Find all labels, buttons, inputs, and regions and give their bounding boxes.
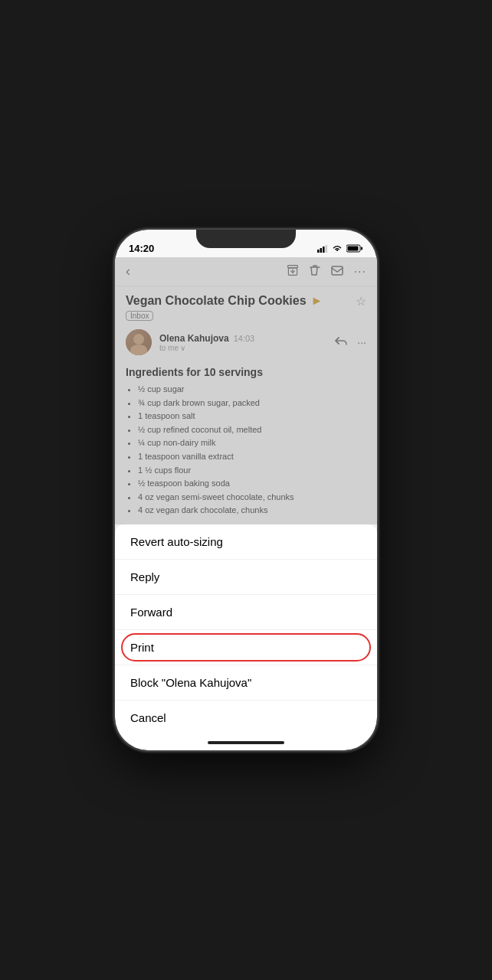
notch xyxy=(196,230,296,248)
email-area: ‹ xyxy=(115,257,377,524)
print-action[interactable]: Print xyxy=(115,630,377,665)
svg-rect-6 xyxy=(348,247,359,251)
home-bar xyxy=(208,741,284,744)
signal-icon xyxy=(317,245,328,254)
svg-rect-1 xyxy=(320,248,323,253)
block-action[interactable]: Block "Olena Kahujova" xyxy=(115,665,377,701)
svg-rect-2 xyxy=(323,247,325,253)
battery-icon xyxy=(346,244,363,254)
svg-rect-5 xyxy=(361,247,362,250)
status-time: 14:20 xyxy=(129,243,154,254)
reply-action[interactable]: Reply xyxy=(115,560,377,595)
svg-rect-3 xyxy=(326,245,328,253)
svg-rect-0 xyxy=(317,250,320,253)
wifi-icon xyxy=(332,245,343,254)
forward-action[interactable]: Forward xyxy=(115,595,377,630)
print-highlight xyxy=(121,633,371,662)
status-icons xyxy=(317,244,363,254)
phone-frame: 14:20 xyxy=(115,230,377,750)
action-sheet: Revert auto-sizing Reply Forward Print B… xyxy=(115,524,377,735)
revert-action[interactable]: Revert auto-sizing xyxy=(115,524,377,560)
email-overlay xyxy=(115,257,377,524)
cancel-action[interactable]: Cancel xyxy=(115,701,377,735)
screen: 14:20 xyxy=(115,230,377,750)
home-indicator xyxy=(115,735,377,750)
